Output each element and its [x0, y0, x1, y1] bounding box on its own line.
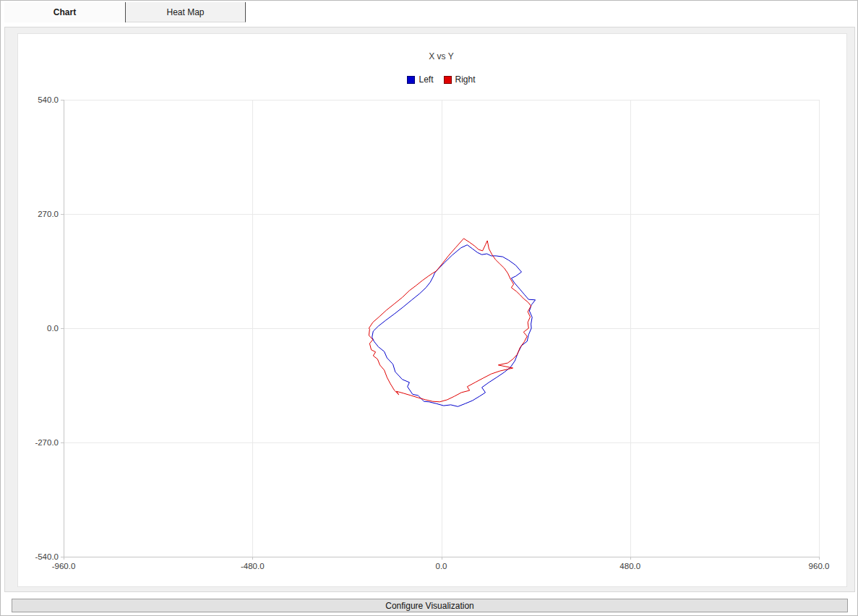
- x-tick-label: 0.0: [436, 562, 447, 570]
- chart-legend: Left Right: [64, 74, 819, 85]
- tab-chart[interactable]: Chart: [4, 2, 126, 22]
- x-tick-label: 960.0: [809, 562, 830, 570]
- tab-chart-label: Chart: [53, 7, 76, 17]
- chart-title: X vs Y: [64, 51, 819, 61]
- series-right-line: [369, 239, 531, 402]
- chart-surface: -540.0-270.00.0270.0540.0-960.0-480.00.0…: [17, 33, 847, 587]
- legend-swatch-right: [444, 76, 452, 84]
- x-tick-label: 480.0: [619, 562, 640, 570]
- y-tick-label: 0.0: [47, 324, 59, 333]
- xy-plot: -540.0-270.00.0270.0540.0-960.0-480.00.0…: [18, 34, 848, 588]
- tab-bar: Chart Heat Map: [4, 2, 246, 22]
- x-tick-label: -960.0: [52, 562, 76, 570]
- chart-panel: -540.0-270.00.0270.0540.0-960.0-480.00.0…: [4, 27, 855, 592]
- legend-item-left: Left: [407, 74, 433, 85]
- app-window: Chart Heat Map -540.0-270.00.0270.0540.0…: [0, 0, 858, 616]
- tab-heat-map[interactable]: Heat Map: [126, 2, 246, 22]
- tab-heat-map-label: Heat Map: [166, 7, 204, 17]
- y-tick-label: 540.0: [38, 95, 59, 104]
- chart-svg: -540.0-270.00.0270.0540.0-960.0-480.00.0…: [18, 34, 848, 588]
- legend-label-left: Left: [419, 74, 433, 85]
- configure-visualization-button[interactable]: Configure Visualization: [12, 599, 848, 612]
- series-left-line: [372, 245, 536, 407]
- legend-item-right: Right: [444, 74, 476, 85]
- y-tick-label: -540.0: [35, 552, 59, 561]
- y-tick-label: 270.0: [38, 210, 59, 218]
- y-tick-label: -270.0: [35, 438, 59, 447]
- legend-swatch-left: [407, 76, 415, 84]
- x-tick-label: -480.0: [241, 562, 265, 570]
- legend-label-right: Right: [455, 74, 476, 85]
